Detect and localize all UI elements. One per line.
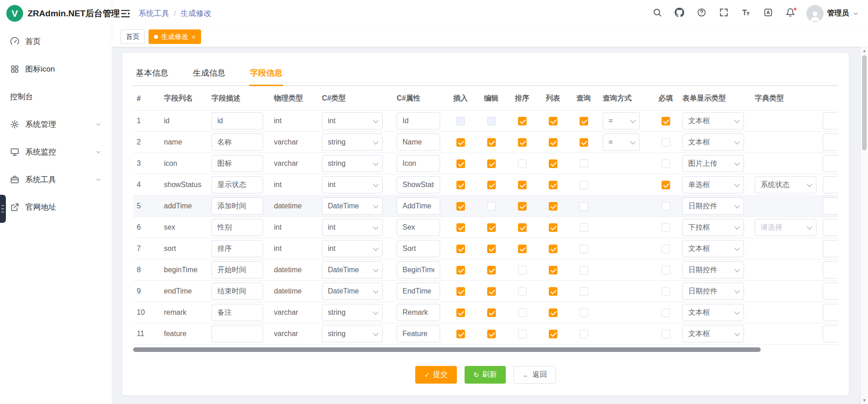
field-desc-input[interactable] — [211, 219, 263, 236]
insert-checkbox[interactable] — [456, 330, 465, 338]
breadcrumb-parent[interactable]: 系统工具 — [139, 8, 169, 19]
edit-checkbox[interactable] — [487, 223, 496, 232]
required-checkbox[interactable] — [662, 159, 670, 168]
cs-type-select[interactable]: string — [322, 304, 383, 321]
display-type-select[interactable]: 日期控件 — [682, 261, 744, 279]
query-checkbox[interactable] — [580, 245, 588, 253]
insert-checkbox[interactable] — [456, 308, 465, 317]
cs-prop-input[interactable] — [397, 176, 440, 193]
cs-prop-input[interactable] — [397, 134, 440, 151]
edit-checkbox[interactable] — [487, 138, 496, 147]
insert-checkbox[interactable] — [456, 138, 465, 147]
edit-checkbox[interactable] — [487, 159, 496, 168]
tab-基本信息[interactable]: 基本信息 — [135, 63, 169, 85]
display-type-select[interactable]: 下拉框 — [682, 219, 744, 236]
sidebar-item-系统管理[interactable]: 系统管理 — [0, 111, 112, 138]
extra-input[interactable] — [823, 176, 838, 193]
cs-prop-input[interactable] — [397, 304, 440, 321]
insert-checkbox[interactable] — [456, 266, 465, 274]
tab-字段信息[interactable]: 字段信息 — [249, 63, 283, 85]
field-desc-input[interactable] — [211, 197, 263, 215]
sort-checkbox[interactable] — [518, 308, 527, 317]
scrollbar-up-arrow[interactable]: ▲ — [863, 47, 867, 54]
github-button[interactable] — [673, 8, 685, 19]
required-checkbox[interactable] — [662, 330, 670, 338]
cs-prop-input[interactable] — [397, 325, 440, 342]
sort-checkbox[interactable] — [518, 266, 527, 274]
dict-type-select[interactable]: 系统状态 — [755, 176, 816, 193]
query-checkbox[interactable] — [580, 266, 588, 274]
required-checkbox[interactable] — [662, 117, 670, 125]
cs-type-select[interactable]: string — [322, 155, 383, 172]
list-checkbox[interactable] — [549, 181, 557, 189]
required-checkbox[interactable] — [662, 245, 670, 253]
required-checkbox[interactable] — [662, 266, 670, 274]
insert-checkbox[interactable] — [456, 202, 465, 211]
edit-checkbox[interactable] — [487, 181, 496, 189]
sort-checkbox[interactable] — [518, 245, 527, 253]
insert-checkbox[interactable] — [456, 287, 465, 296]
display-type-select[interactable]: 日期控件 — [682, 197, 744, 215]
list-checkbox[interactable] — [549, 266, 557, 274]
extra-input[interactable] — [823, 240, 838, 257]
sidebar-item-系统工具[interactable]: 系统工具 — [0, 166, 112, 193]
cs-type-select[interactable]: DateTime — [322, 261, 383, 279]
display-type-select[interactable]: 文本框 — [682, 304, 744, 321]
query-checkbox[interactable] — [580, 308, 588, 317]
list-checkbox[interactable] — [549, 308, 557, 317]
sidebar-item-图标icon[interactable]: 图标icon — [0, 55, 112, 83]
cs-prop-input[interactable] — [397, 283, 440, 300]
font-size-button[interactable] — [740, 8, 752, 19]
search-button[interactable] — [651, 8, 663, 19]
cs-type-select[interactable]: DateTime — [322, 197, 383, 215]
insert-checkbox[interactable] — [456, 159, 465, 168]
list-checkbox[interactable] — [549, 138, 557, 147]
list-checkbox[interactable] — [549, 202, 557, 211]
extra-input[interactable] — [823, 197, 838, 215]
cs-type-select[interactable]: int — [322, 219, 383, 236]
sidebar-item-官网地址[interactable]: 官网地址 — [0, 193, 112, 221]
field-desc-input[interactable] — [211, 325, 263, 342]
back-button[interactable]: ← 返回 — [513, 366, 556, 384]
collapse-menu-icon[interactable] — [120, 8, 131, 19]
extra-input[interactable] — [823, 261, 838, 279]
user-menu[interactable]: 管理员 — [806, 5, 859, 22]
display-type-select[interactable]: 图片上传 — [682, 155, 744, 172]
sort-checkbox[interactable] — [518, 138, 527, 147]
cs-type-select[interactable]: int — [322, 112, 383, 130]
list-checkbox[interactable] — [549, 117, 557, 125]
list-checkbox[interactable] — [549, 159, 557, 168]
display-type-select[interactable]: 单选框 — [682, 176, 744, 193]
theme-drawer-handle[interactable] — [0, 195, 6, 223]
extra-input[interactable] — [823, 219, 838, 236]
edit-checkbox[interactable] — [487, 330, 496, 338]
required-checkbox[interactable] — [662, 138, 670, 147]
cs-prop-input[interactable] — [397, 155, 440, 172]
sort-checkbox[interactable] — [518, 117, 527, 125]
cs-prop-input[interactable] — [397, 261, 440, 279]
sort-checkbox[interactable] — [518, 223, 527, 232]
extra-input[interactable] — [823, 112, 838, 130]
list-checkbox[interactable] — [549, 287, 557, 296]
query-mode-select[interactable]: = — [603, 134, 640, 151]
cs-type-select[interactable]: string — [322, 325, 383, 342]
cs-prop-input[interactable] — [397, 219, 440, 236]
display-type-select[interactable]: 文本框 — [682, 325, 744, 342]
edit-checkbox[interactable] — [487, 287, 496, 296]
cs-type-select[interactable]: int — [322, 176, 383, 193]
language-button[interactable] — [762, 8, 774, 19]
submit-button[interactable]: ✓ 提交 — [415, 366, 457, 384]
help-button[interactable] — [695, 8, 707, 19]
display-type-select[interactable]: 日期控件 — [682, 283, 744, 300]
display-type-select[interactable]: 文本框 — [682, 134, 744, 151]
required-checkbox[interactable] — [662, 223, 670, 232]
extra-input[interactable] — [823, 155, 838, 172]
field-desc-input[interactable] — [211, 176, 263, 193]
cs-prop-input[interactable] — [397, 240, 440, 257]
insert-checkbox[interactable] — [456, 223, 465, 232]
tag-生成修改[interactable]: 生成修改× — [149, 29, 201, 44]
scrollbar-down-arrow[interactable]: ▼ — [863, 397, 867, 404]
extra-input[interactable] — [823, 283, 838, 300]
bell-button[interactable] — [784, 8, 796, 19]
sidebar-item-系统监控[interactable]: 系统监控 — [0, 138, 112, 166]
